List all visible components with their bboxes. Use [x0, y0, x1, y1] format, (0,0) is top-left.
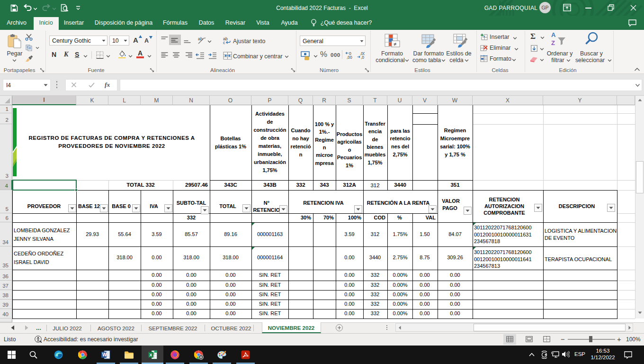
- svg-text:,0: ,0: [361, 55, 364, 59]
- svg-text:,00: ,00: [347, 55, 352, 59]
- svg-text:X: X: [149, 352, 152, 357]
- svg-text:ab: ab: [198, 36, 203, 41]
- svg-text:W: W: [102, 352, 107, 357]
- svg-text:≠: ≠: [394, 41, 396, 47]
- svg-text:c: c: [223, 40, 225, 45]
